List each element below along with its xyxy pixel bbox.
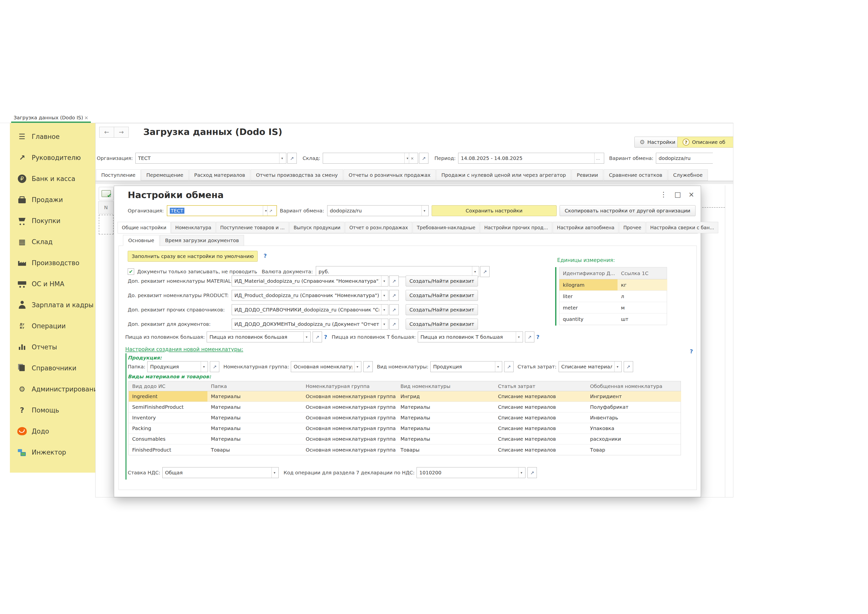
table-row-ingredient[interactable]: IngredientМатериалыОсновная номенклатурн…	[129, 391, 680, 402]
sidebar-item-dodo[interactable]: Додо	[10, 421, 95, 442]
create-find-attr-button[interactable]: Создать/Найти реквизит	[406, 290, 478, 301]
sidebar-item-os-nma[interactable]: ОС и НМА	[10, 273, 95, 295]
sidebar-item-production[interactable]: Производство	[10, 252, 95, 273]
sidebar-item-manager[interactable]: Руководителю	[10, 147, 95, 168]
create-find-attr-button[interactable]: Создать/Найти реквизит	[406, 304, 478, 315]
new-nomenclature-link[interactable]: Настройки создания новой номенклатуры:	[125, 346, 243, 352]
load-file-button[interactable]	[99, 187, 114, 200]
chevron-down-icon[interactable]: ▾	[263, 206, 267, 216]
dialog-tab-postuplenie-tovarov[interactable]: Поступление товаров и ...	[216, 222, 289, 233]
sidebar-item-salary[interactable]: Зарплата и кадры	[10, 295, 95, 315]
units-row[interactable]: quantityшт	[560, 313, 667, 325]
pizza-right-field[interactable]: Пицца из половинок Т большая▾	[418, 332, 523, 343]
help-icon[interactable]: ?	[690, 348, 693, 355]
help-icon[interactable]: ?	[324, 334, 327, 340]
op-code-field[interactable]: 1010200▾	[417, 467, 525, 478]
group-open-button[interactable]: ↗	[363, 361, 373, 372]
subtab-osnovnye[interactable]: Основные	[123, 235, 160, 246]
chevron-down-icon[interactable]: ▾	[516, 332, 520, 342]
dialog-tab-prochee[interactable]: Прочее	[619, 222, 645, 233]
back-button[interactable]: ←	[99, 127, 114, 138]
dialog-tab-vypusk[interactable]: Выпуск продукции	[289, 222, 344, 233]
period-field[interactable]: 14.08.2025 - 14.08.2025 …	[458, 153, 604, 164]
chevron-down-icon[interactable]: ▾	[381, 290, 386, 301]
subtab-vremya-zagruzki[interactable]: Время загрузки документов	[160, 235, 244, 246]
chevron-down-icon[interactable]: ▾	[422, 206, 426, 216]
sidebar-item-sales[interactable]: Продажи	[10, 189, 95, 210]
folder-open-button[interactable]: ↗	[210, 361, 219, 372]
sidebar-item-operations[interactable]: Операции	[10, 315, 95, 336]
tab-sluzhebnoe[interactable]: Служебное	[668, 169, 708, 181]
tab-sravnenie[interactable]: Сравнение остатков	[604, 169, 668, 181]
tab-prodazhi-nulevoy[interactable]: Продажи с нулевой ценой или через агрега…	[436, 169, 571, 181]
window-tab-close-icon[interactable]: ×	[84, 115, 88, 121]
sidebar-item-injector[interactable]: Инжектор	[10, 442, 95, 463]
cost-open-button[interactable]: ↗	[624, 361, 633, 372]
save-settings-button[interactable]: Сохранить настройки	[432, 205, 556, 216]
settings-button[interactable]: ⚙ Настройки	[634, 136, 680, 147]
chevron-down-icon[interactable]: ▾	[304, 332, 308, 342]
table-row-consumables[interactable]: ConsumablesМатериалыОсновная номенклатур…	[129, 434, 680, 444]
dialog-variant-field[interactable]: dodopizza/ru ▾	[327, 205, 429, 216]
attr-open-button[interactable]: ↗	[389, 290, 399, 301]
attr-open-button[interactable]: ↗	[389, 276, 399, 287]
dialog-tab-obshchie[interactable]: Общие настройки	[118, 222, 170, 233]
sidebar-item-warehouse[interactable]: Склад	[10, 231, 95, 252]
units-col-ref[interactable]: Ссылка 1С	[617, 267, 667, 279]
col-papka[interactable]: Папка	[208, 381, 302, 391]
attr-field[interactable]: ИД_ДОДО_СПРАВОЧНИКИ_dodopizza_ru (Справо…	[232, 304, 388, 315]
forward-button[interactable]: →	[114, 127, 129, 138]
op-code-open-button[interactable]: ↗	[527, 467, 537, 478]
description-button[interactable]: ? Описание об	[677, 136, 733, 147]
kind-open-button[interactable]: ↗	[504, 361, 513, 372]
units-row[interactable]: literл	[560, 291, 667, 302]
units-col-id[interactable]: Идентификатор Д...	[560, 267, 617, 279]
dialog-tab-sverka[interactable]: Настройка сверки с бан...	[646, 222, 718, 233]
sidebar-item-bank[interactable]: Банк и касса	[10, 168, 95, 189]
open-icon[interactable]: ↗	[267, 206, 274, 216]
window-tab[interactable]: Загрузка данных (Dodo IS) ×	[11, 112, 91, 123]
col-vid-nom[interactable]: Вид номенклатуры	[397, 381, 494, 391]
table-row-packing[interactable]: PackingМатериалыОсновная номенклатурная …	[129, 423, 680, 434]
dialog-tab-nomenklatura[interactable]: Номенклатура	[171, 222, 215, 233]
chevron-down-icon[interactable]: ▾	[614, 361, 619, 372]
chevron-down-icon[interactable]: ▾	[381, 276, 386, 286]
tab-revizii[interactable]: Ревизии	[572, 169, 603, 181]
maximize-icon[interactable]: □	[674, 191, 681, 198]
sidebar-item-purchases[interactable]: Покупки	[10, 210, 95, 231]
attr-field[interactable]: ИД_ДОДО_ДОКУМЕНТЫ_dodopizza_ru (Документ…	[232, 319, 388, 330]
pizza-left-field[interactable]: Пицца из половинок большая▾	[207, 332, 311, 343]
table-row-finishedproduct[interactable]: FinishedProductТоварыОсновная номенклату…	[129, 444, 680, 455]
dialog-org-field[interactable]: ТЕСТ ▾ ↗	[167, 205, 277, 216]
cost-field[interactable]: Списание материалов▾	[559, 361, 622, 372]
copy-settings-button[interactable]: Скопировать настройки от другой организа…	[560, 205, 696, 216]
create-find-attr-button[interactable]: Создать/Найти реквизит	[406, 319, 478, 330]
fill-defaults-button[interactable]: Заполнить сразу все настройки по умолчан…	[128, 251, 258, 262]
folder-field[interactable]: Продукция▾	[147, 361, 208, 372]
clear-icon[interactable]: ×	[409, 153, 415, 163]
write-only-checkbox[interactable]: ✔	[128, 268, 134, 275]
chevron-down-icon[interactable]: ▾	[271, 467, 276, 478]
dialog-tab-otchet-rozn[interactable]: Отчет о розн.продажах	[345, 222, 412, 233]
variant-field[interactable]: dodopizza/ru	[656, 153, 713, 164]
chevron-down-icon[interactable]: ▾	[405, 153, 409, 163]
col-vid-dodo[interactable]: Вид додо ИС	[129, 381, 208, 391]
help-icon[interactable]: ?	[536, 334, 539, 340]
pizza-right-open-button[interactable]: ↗	[525, 332, 534, 343]
chevron-down-icon[interactable]: ▾	[201, 361, 205, 372]
attr-field[interactable]: ИД_Product_dodopizza_ru (Справочник "Ном…	[232, 290, 388, 301]
units-row[interactable]: kilogramкг	[560, 279, 667, 291]
col-statya[interactable]: Статья затрат	[494, 381, 587, 391]
tab-postuplenie[interactable]: Поступление	[96, 169, 141, 181]
tab-peremeshchenie[interactable]: Перемещение	[141, 169, 188, 181]
kind-field[interactable]: Продукция▾	[431, 361, 502, 372]
chevron-down-icon[interactable]: ▾	[472, 267, 476, 277]
pizza-left-open-button[interactable]: ↗	[313, 332, 322, 343]
ellipsis-icon[interactable]: …	[594, 153, 601, 163]
empty-table-row[interactable]	[99, 215, 114, 234]
close-icon[interactable]: ×	[688, 191, 694, 198]
tab-otchety-proizvodstva[interactable]: Отчеты производства за смену	[251, 169, 343, 181]
chevron-down-icon[interactable]: ▾	[354, 361, 359, 372]
sidebar-item-catalogs[interactable]: Справочники	[10, 358, 95, 378]
warehouse-open-button[interactable]: ↗	[419, 153, 428, 164]
